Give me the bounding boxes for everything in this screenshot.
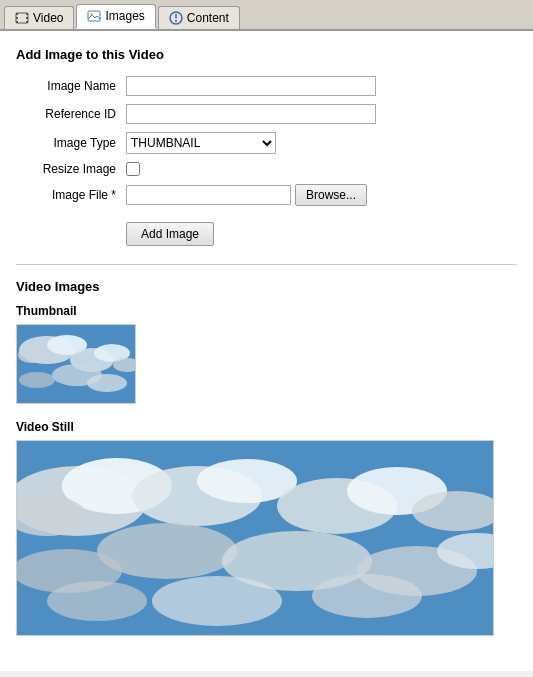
svg-rect-7 <box>88 11 100 21</box>
thumbnail-image <box>17 325 136 404</box>
reference-id-input[interactable] <box>126 104 376 124</box>
resize-image-label: Resize Image <box>26 162 126 176</box>
content-icon <box>169 11 183 25</box>
tab-images[interactable]: Images <box>76 4 155 29</box>
svg-rect-6 <box>26 21 28 23</box>
svg-rect-22 <box>17 325 136 404</box>
image-name-label: Image Name <box>26 79 126 93</box>
resize-image-checkbox[interactable] <box>126 162 140 176</box>
file-input-group: Browse... <box>126 184 367 206</box>
thumbnail-label: Thumbnail <box>16 304 517 318</box>
image-type-select[interactable]: THUMBNAIL VIDEO_STILL OTHER <box>126 132 276 154</box>
image-name-row: Image Name <box>26 76 517 96</box>
video-still-container <box>16 440 494 636</box>
tab-content[interactable]: Content <box>158 6 240 29</box>
browse-button[interactable]: Browse... <box>295 184 367 206</box>
reference-id-row: Reference ID <box>26 104 517 124</box>
reference-id-label: Reference ID <box>26 107 126 121</box>
form-section-title: Add Image to this Video <box>16 47 517 62</box>
image-icon <box>87 9 101 23</box>
svg-rect-1 <box>16 13 18 15</box>
resize-image-row: Resize Image <box>26 162 517 176</box>
video-images-title: Video Images <box>16 279 517 294</box>
svg-rect-4 <box>26 13 28 15</box>
video-still-label: Video Still <box>16 420 517 434</box>
svg-rect-3 <box>16 21 18 23</box>
thumbnail-container <box>16 324 136 404</box>
image-name-input[interactable] <box>126 76 376 96</box>
film-icon <box>15 11 29 25</box>
image-file-label: Image File * <box>26 188 126 202</box>
main-content: Add Image to this Video Image Name Refer… <box>0 31 533 671</box>
svg-rect-5 <box>26 17 28 19</box>
section-divider <box>16 264 517 265</box>
svg-rect-40 <box>17 441 494 636</box>
add-image-form: Image Name Reference ID Image Type THUMB… <box>26 76 517 206</box>
tab-images-label: Images <box>105 9 144 23</box>
add-image-button[interactable]: Add Image <box>126 222 214 246</box>
svg-point-11 <box>175 20 177 22</box>
image-file-row: Image File * Browse... <box>26 184 517 206</box>
tab-bar: Video Images Content <box>0 0 533 31</box>
video-still-image <box>17 441 494 636</box>
tab-video[interactable]: Video <box>4 6 74 29</box>
image-type-row: Image Type THUMBNAIL VIDEO_STILL OTHER <box>26 132 517 154</box>
tab-content-label: Content <box>187 11 229 25</box>
image-file-input[interactable] <box>126 185 291 205</box>
svg-rect-2 <box>16 17 18 19</box>
image-type-label: Image Type <box>26 136 126 150</box>
tab-video-label: Video <box>33 11 63 25</box>
